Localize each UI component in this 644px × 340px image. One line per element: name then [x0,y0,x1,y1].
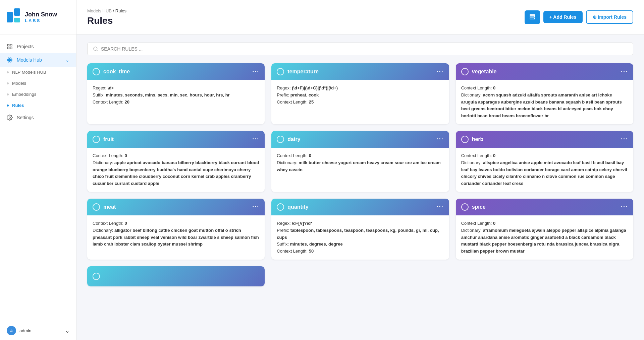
card-field: Regex: \d+[V]?\d* [277,220,443,227]
card-field: Context Length: 50 [277,248,443,255]
main-area: Models HUB / Rules Rules + Add Rules ⊕ I… [76,0,644,340]
svg-rect-5 [7,47,9,49]
card-menu-button[interactable]: ··· [252,68,259,75]
card-title: vegetable [472,69,497,75]
logo-area: John Snow LABS [0,0,76,35]
card-field: Dictionary: acorn squash adzuki alfalfa … [461,92,628,120]
card-menu-button[interactable]: ··· [252,136,259,143]
sidebar: John Snow LABS Projects Models Hub ⌄ NLP… [0,0,76,340]
card-header-vegetable: vegetable ··· [456,63,633,80]
card-header-meat: meat ··· [87,199,265,215]
card-body-herb: Context Length: 0Dictionary: allspice an… [456,148,633,192]
topbar-left: Models HUB / Rules Rules [87,8,126,26]
username-label: admin [19,328,31,333]
svg-rect-2 [14,18,20,22]
breadcrumb-parent[interactable]: Models HUB [87,8,112,13]
card-header-herb: herb ··· [456,131,633,148]
card-status-circle [277,136,284,143]
sidebar-subnav: NLP Models HUB Models Embeddings Rules [0,67,76,111]
card-field: Context Length: 0 [277,152,443,159]
card-header-left: vegetable [461,68,497,75]
card-status-circle [461,203,469,211]
card-title: cook_time [103,69,130,75]
rule-card-fruit: fruit ··· Context Length: 0Dictionary: a… [87,131,265,192]
grid-icon [7,44,13,50]
card-body-cook_time: Regex: \d+Suffix: minutes, seconds, mins… [87,80,265,120]
sidebar-item-settings[interactable]: Settings [0,111,76,124]
card-header-left: herb [461,136,484,143]
sidebar-nav: Projects Models Hub ⌄ NLP Models HUB Mod… [0,35,76,321]
breadcrumb: Models HUB / Rules [87,8,126,13]
card-body-meat: Context Length: 0Dictionary: alligator b… [87,215,265,256]
card-header-left: fruit [93,136,114,143]
svg-rect-1 [14,8,20,16]
card-body-vegetable: Context Length: 0Dictionary: acorn squas… [456,80,633,124]
card-menu-button[interactable]: ··· [437,203,444,210]
card-title: quantity [287,204,308,210]
sidebar-item-settings-label: Settings [17,115,34,120]
topbar-actions: + Add Rules ⊕ Import Rules [525,10,633,24]
search-icon [93,46,98,52]
card-header-dairy: dairy ··· [271,131,449,148]
card-header-left: cook_time [93,68,130,75]
card-header-quantity: quantity ··· [271,199,449,215]
card-field: Dictionary: milk butter cheese yogurt cr… [277,159,443,174]
rule-card-quantity: quantity ··· Regex: \d+[V]?\d*Prefix: ta… [271,199,449,260]
card-menu-button[interactable]: ··· [437,68,444,75]
card-field: Context Length: 0 [461,220,628,227]
user-menu[interactable]: a admin ⌄ [0,321,76,340]
rules-grid: cook_time ··· Regex: \d+Suffix: minutes,… [87,63,633,286]
list-view-button[interactable] [525,10,540,24]
card-header-left-partial [93,273,100,280]
card-header-left: quantity [277,203,308,211]
sidebar-item-projects-label: Projects [17,44,34,49]
card-status-circle [461,68,469,75]
rule-card-partial [87,266,265,286]
card-header-left: spice [461,203,486,211]
card-menu-button[interactable]: ··· [621,68,628,75]
svg-rect-3 [7,44,9,46]
card-body-spice: Context Length: 0Dictionary: aframomum m… [456,215,633,260]
search-bar[interactable] [87,43,633,55]
import-rules-button[interactable]: ⊕ Import Rules [586,10,633,24]
rule-card-meat: meat ··· Context Length: 0Dictionary: al… [87,199,265,260]
card-title: dairy [287,136,300,142]
card-header-left: temperature [277,68,318,75]
svg-rect-0 [7,12,13,22]
card-status-circle-partial [93,273,100,280]
card-field: Context Length: 20 [93,99,259,106]
sidebar-item-models[interactable]: Models [0,78,76,89]
avatar: a [7,326,16,335]
logo-text: John Snow LABS [25,11,57,23]
gear-icon [7,115,13,121]
svg-rect-13 [530,16,535,17]
card-field: Context Length: 0 [461,152,628,159]
card-status-circle [93,136,100,143]
search-input[interactable] [101,46,628,52]
card-status-circle [277,203,284,211]
card-body-fruit: Context Length: 0Dictionary: apple apric… [87,148,265,192]
card-menu-button[interactable]: ··· [621,136,628,143]
list-view-icon [529,14,535,20]
logo-icon [7,8,21,26]
card-status-circle [461,136,469,143]
sidebar-item-embeddings[interactable]: Embeddings [0,89,76,100]
sidebar-item-nlp-models[interactable]: NLP Models HUB [0,67,76,78]
sidebar-item-rules[interactable]: Rules [0,100,76,111]
card-menu-button[interactable]: ··· [252,203,259,210]
card-header-fruit: fruit ··· [87,131,265,148]
card-menu-button[interactable]: ··· [621,203,628,210]
breadcrumb-separator: / Rules [113,8,126,13]
card-title: herb [472,136,484,142]
card-body-dairy: Context Length: 0Dictionary: milk butter… [271,148,449,188]
add-rules-button[interactable]: + Add Rules [543,11,583,23]
card-status-circle [93,203,100,211]
rule-card-cook_time: cook_time ··· Regex: \d+Suffix: minutes,… [87,63,265,124]
content-area: cook_time ··· Regex: \d+Suffix: minutes,… [76,35,644,340]
rule-card-dairy: dairy ··· Context Length: 0Dictionary: m… [271,131,449,192]
card-title: temperature [287,69,318,75]
card-menu-button[interactable]: ··· [437,136,444,143]
sidebar-item-projects[interactable]: Projects [0,40,76,53]
svg-rect-12 [530,14,535,15]
sidebar-item-models-hub[interactable]: Models Hub ⌄ [0,53,76,67]
